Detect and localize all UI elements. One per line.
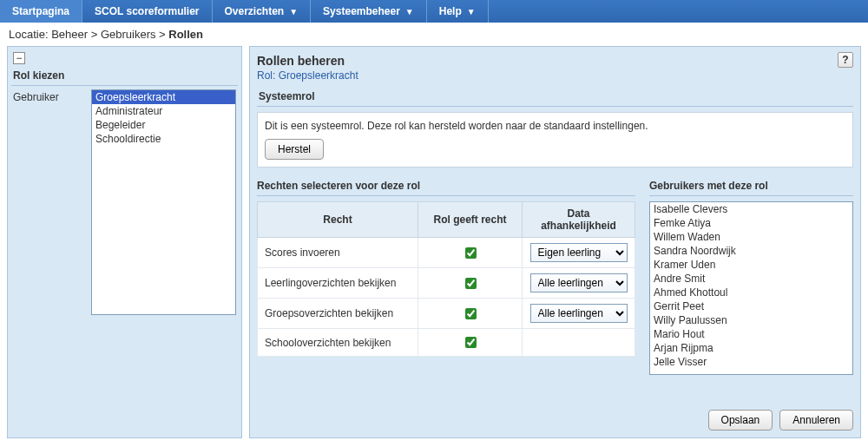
col-grants: Rol geeft recht [418, 202, 523, 238]
rights-heading: Rechten selecteren voor deze rol [257, 180, 635, 196]
right-checkbox[interactable] [465, 278, 477, 289]
role-listbox[interactable]: GroepsleerkrachtAdministrateurBegeleider… [91, 89, 236, 315]
user-item[interactable]: Ahmed Khottoul [652, 286, 851, 299]
main-panel: ? Rollen beheren Rol: Groepsleerkracht S… [249, 46, 861, 438]
chevron-down-icon: ▼ [405, 7, 414, 16]
sidebar: − Rol kiezen Gebruiker GroepsleerkrachtA… [7, 46, 242, 438]
breadcrumb-current: Rollen [168, 28, 203, 41]
cancel-button[interactable]: Annuleren [779, 410, 853, 431]
right-checkbox[interactable] [465, 337, 477, 348]
rights-table: Recht Rol geeft recht Data afhankelijkhe… [257, 201, 635, 357]
user-item[interactable]: Isabelle Clevers [652, 202, 851, 216]
subtitle-prefix: Rol: [257, 69, 279, 82]
systeemrol-block: Dit is een systeemrol. Deze rol kan hers… [257, 112, 853, 168]
user-item[interactable]: Mario Hout [652, 327, 851, 341]
subtitle-role: Groepsleerkracht [279, 69, 358, 82]
sidebar-field-label: Gebruiker [13, 89, 91, 315]
table-row: Groepsoverzichten bekijkenEigen leerling… [258, 299, 635, 329]
table-row: Schooloverzichten bekijken [258, 329, 635, 357]
user-item[interactable]: Willy Paulussen [652, 313, 851, 327]
table-row: Leerlingoverzichten bekijkenEigen leerli… [258, 268, 635, 299]
user-item[interactable]: Andre Smit [652, 272, 851, 286]
col-right: Recht [258, 202, 418, 238]
dependency-select[interactable]: Eigen leerlingAlle leerlingen [530, 304, 628, 323]
role-option[interactable]: Administrateur [92, 104, 235, 118]
col-dep: Data afhankelijkheid [523, 202, 635, 238]
systeemrol-note: Dit is een systeemrol. Deze rol kan hers… [265, 120, 845, 132]
right-checkbox[interactable] [465, 308, 477, 319]
right-label: Leerlingoverzichten bekijken [258, 268, 418, 299]
top-nav: StartpaginaSCOL scoreformulierOverzichte… [0, 0, 868, 23]
reset-button[interactable]: Herstel [265, 139, 324, 160]
page-title: Rollen beheren [257, 54, 853, 69]
user-item[interactable]: Kramer Uden [652, 258, 851, 272]
right-checkbox[interactable] [465, 247, 477, 259]
role-option[interactable]: Schooldirectie [92, 132, 235, 146]
right-label: Scores invoeren [258, 238, 418, 268]
dependency-select[interactable]: Eigen leerlingAlle leerlingen [530, 273, 628, 293]
right-label: Groepsoverzichten bekijken [258, 299, 418, 329]
nav-item[interactable]: Systeembeheer▼ [311, 0, 427, 23]
save-button[interactable]: Opslaan [708, 410, 773, 431]
help-button[interactable]: ? [838, 52, 853, 68]
user-item[interactable]: Gerrit Peet [652, 299, 851, 313]
sidebar-heading: Rol kiezen [11, 66, 238, 86]
breadcrumb: Locatie: Beheer > Gebruikers > Rollen [0, 23, 868, 46]
users-heading: Gebruikers met deze rol [649, 180, 853, 196]
role-option[interactable]: Groepsleerkracht [92, 90, 235, 104]
user-item[interactable]: Arjan Rijpma [652, 341, 851, 355]
chevron-down-icon: ▼ [467, 7, 476, 16]
section-systeemrol-heading: Systeemrol [257, 87, 853, 107]
role-option[interactable]: Begeleider [92, 118, 235, 132]
user-item[interactable]: Willem Waden [652, 230, 851, 244]
user-item[interactable]: Femke Atiya [652, 216, 851, 230]
user-item[interactable]: Sandra Noordwijk [652, 244, 851, 258]
nav-item[interactable]: Startpagina [0, 0, 82, 23]
right-label: Schooloverzichten bekijken [258, 329, 418, 357]
nav-item[interactable]: SCOL scoreformulier [82, 0, 212, 23]
dependency-select[interactable]: Eigen leerlingAlle leerlingen [530, 243, 628, 262]
table-row: Scores invoerenEigen leerlingAlle leerli… [258, 238, 635, 268]
chevron-down-icon: ▼ [289, 7, 298, 16]
collapse-toggle[interactable]: − [13, 52, 25, 64]
nav-item[interactable]: Help▼ [427, 0, 489, 23]
nav-item[interactable]: Overzichten▼ [213, 0, 312, 23]
user-item[interactable]: Jelle Visser [652, 355, 851, 369]
users-listbox[interactable]: Isabelle CleversFemke AtiyaWillem WadenS… [649, 201, 853, 375]
page-subtitle: Rol: Groepsleerkracht [257, 69, 853, 82]
